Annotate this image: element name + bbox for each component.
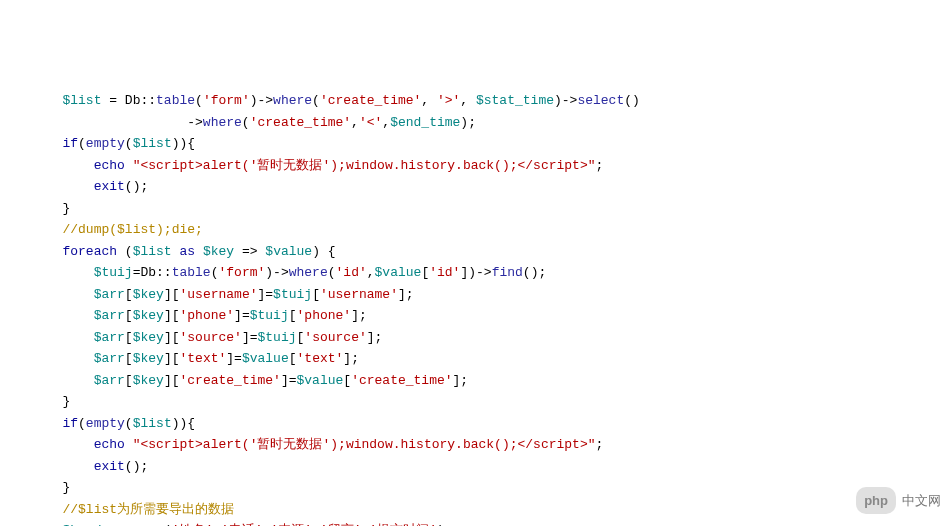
code-token: = Db:: [101,93,156,108]
code-token: )-> [265,265,288,280]
code-token: ]; [343,351,359,366]
code-token: ; [596,158,604,173]
code-token: $arr [94,330,125,345]
code-token: ; [596,437,604,452]
code-token: , [367,265,375,280]
code-token: 'username' [320,287,398,302]
code-token: , [421,93,437,108]
code-line: exit(); [0,456,949,478]
code-token: , [460,93,476,108]
code-token: (); [125,179,148,194]
code-token: $list [133,136,172,151]
code-token: "<script>alert('暂时无数据');window.history.b… [133,437,596,452]
code-line: $arr[$key]['username']=$tuij['username']… [0,284,949,306]
code-token: => [234,244,265,259]
code-line: exit(); [0,176,949,198]
code-token: ) { [312,244,335,259]
code-token: [ [125,330,133,345]
code-token: , [382,115,390,130]
code-token: $list [62,93,101,108]
code-token [125,437,133,452]
code-token: find [492,265,523,280]
code-token: 'create_time' [320,93,421,108]
code-token: exit [94,179,125,194]
code-line: $tuij=Db::table('form')->where('id',$val… [0,262,949,284]
code-token: where [289,265,328,280]
code-token: $key [133,308,164,323]
code-token: ]= [226,351,242,366]
code-token: ]; [367,330,383,345]
code-line: echo "<script>alert('暂时无数据');window.hist… [0,434,949,456]
code-token: } [62,201,70,216]
code-token: , [351,115,359,130]
code-token: )-> [250,93,273,108]
code-token: $tuij [273,287,312,302]
code-token: 'form' [218,265,265,280]
code-token: ( [117,244,133,259]
code-token: $key [133,373,164,388]
code-token: echo [94,158,125,173]
code-token: } [62,394,70,409]
code-line: foreach ($list as $key => $value) { [0,241,949,263]
code-token: $value [242,351,289,366]
code-token: [ [312,287,320,302]
code-token: empty [86,136,125,151]
code-token: ]= [281,373,297,388]
code-token: $key [133,287,164,302]
code-token: )-> [554,93,577,108]
code-line: if(empty($list)){ [0,413,949,435]
code-token: 'text' [297,351,344,366]
code-token: select [577,93,624,108]
code-token: $key [203,244,234,259]
code-token: ]= [234,308,250,323]
code-line: } [0,198,949,220]
code-token: ( [242,115,250,130]
code-token: //$list为所需要导出的数据 [62,502,234,517]
code-token: $arr [94,308,125,323]
code-token: exit [94,459,125,474]
code-token: 'id' [429,265,460,280]
code-token: foreach [62,244,117,259]
code-token: 'source' [304,330,366,345]
code-token: } [62,480,70,495]
code-token: $list [133,244,172,259]
code-token: ]= [242,330,258,345]
code-token: $arr [94,287,125,302]
code-token: =Db:: [133,265,172,280]
code-token: [ [289,351,297,366]
watermark-logo: php 中文网 [856,487,941,515]
code-token: [ [125,308,133,323]
code-token: '<' [359,115,382,130]
code-line: $arr[$key]['source']=$tuij['source']; [0,327,949,349]
code-token: [ [343,373,351,388]
code-token [195,244,203,259]
code-line: //dump($list);die; [0,219,949,241]
code-token: ); [460,115,476,130]
code-token: [ [125,287,133,302]
code-block: $list = Db::table('form')->where('create… [0,86,949,526]
logo-badge: php [856,487,896,515]
code-token: $tuij [94,265,133,280]
code-token: 'create_time' [250,115,351,130]
code-token: empty [86,416,125,431]
code-token: ][ [164,330,180,345]
code-token: (); [125,459,148,474]
code-line: $header=array('姓名','电话','来源','留言','提交时间'… [0,520,949,526]
code-token: $value [375,265,422,280]
code-token: [ [125,351,133,366]
code-token: $arr [94,351,125,366]
code-token: if [62,136,78,151]
code-line: } [0,391,949,413]
code-token: $key [133,330,164,345]
code-token: 'create_time' [351,373,452,388]
code-token: $arr [94,373,125,388]
code-token [125,158,133,173]
code-token: table [172,265,211,280]
code-token: ][ [164,373,180,388]
code-token: 'phone' [297,308,352,323]
code-token: ]= [258,287,274,302]
code-token: ( [125,416,133,431]
code-token: if [62,416,78,431]
code-token: echo [94,437,125,452]
code-line: $arr[$key]['create_time']=$value['create… [0,370,949,392]
